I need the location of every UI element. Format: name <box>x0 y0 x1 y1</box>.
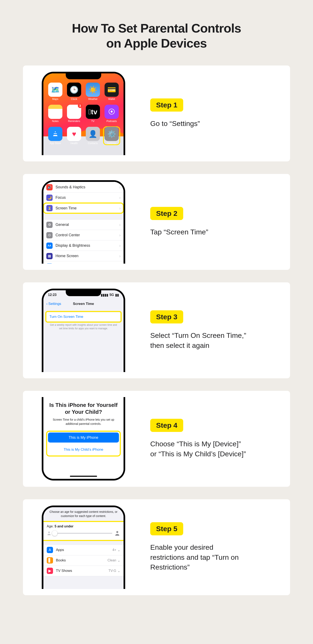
settings-group-b: ⚙︎General› ⊙Control Center› AADisplay & … <box>43 220 124 264</box>
content-rows: AApps4+ ⌄ ▋BooksClean ⌄ ▶TV ShowsTV-G ⌄ <box>43 545 124 576</box>
battery-icon: ▮▮ <box>115 293 119 297</box>
status-right: ▮▮▮▮ 5G ▮▮ <box>101 293 119 297</box>
phone-frame: Choose an age for suggested content rest… <box>42 506 125 589</box>
step-desc: Enable your desired restrictions and tap… <box>150 542 246 572</box>
step-card-3: 12:23 ▮▮▮▮ 5G ▮▮ ‹Settings Screen Time T… <box>23 282 290 378</box>
row-screen-time[interactable]: ⏳Screen Time› <box>43 203 124 213</box>
page-title: How To Set Parental Controls on Apple De… <box>23 21 290 51</box>
chevron-right-icon: › <box>119 243 121 248</box>
step-card-5: Choose an age for suggested content rest… <box>23 499 290 595</box>
app-health[interactable]: ♥Health <box>66 127 82 145</box>
moon-icon: 🌙 <box>46 194 53 201</box>
this-is-my-childs-iphone-button[interactable]: This is My Child’s iPhone <box>48 445 119 455</box>
step-desc: Tap “Screen Time” <box>150 227 246 237</box>
ownership-heading: Is This iPhone for Yourself or Your Chil… <box>47 402 120 415</box>
status-time: 12:23 <box>48 293 57 297</box>
screen-time-hint: Get a weekly report with insights about … <box>43 323 124 330</box>
settings-screen: 🔊Sounds & Haptics› 🌙Focus› ⏳Screen Time›… <box>43 182 124 264</box>
chevron-right-icon: › <box>119 254 121 258</box>
row-accessibility[interactable]: ✪Accessibility› <box>43 261 124 264</box>
switch-icon: ⊙ <box>46 232 53 238</box>
app-appstore[interactable]: App Store <box>47 127 64 145</box>
text-size-icon: AA <box>46 242 53 249</box>
chevron-right-icon: › <box>119 206 121 211</box>
step-badge: Step 5 <box>150 522 183 535</box>
app-tv[interactable]: tvTV <box>85 105 101 123</box>
row-focus[interactable]: 🌙Focus› <box>43 192 124 203</box>
this-is-my-iphone-button[interactable]: This is My iPhone <box>48 432 119 442</box>
chevron-left-icon: ‹ <box>46 302 48 306</box>
updown-icon: ⌄ <box>118 558 120 562</box>
app-contacts[interactable]: 👤Contacts <box>85 127 101 145</box>
step-badge: Step 2 <box>150 207 183 220</box>
turn-on-screen-time-button[interactable]: Turn On Screen Time <box>46 312 121 322</box>
nav-bar: ‹Settings Screen Time <box>43 300 124 308</box>
row-display[interactable]: AADisplay & Brightness› <box>43 240 124 251</box>
grid-icon: ▦ <box>46 253 53 259</box>
home-indicator <box>70 476 97 477</box>
svg-point-0 <box>48 532 50 533</box>
network-label: 5G <box>110 293 114 297</box>
slider-knob[interactable] <box>52 530 57 536</box>
step-card-4: Is This iPhone for Yourself or Your Chil… <box>23 391 290 487</box>
ownership-screen: Is This iPhone for Yourself or Your Chil… <box>43 397 124 479</box>
home-app-grid: 🗺️Maps 🕒Clock ☀️Weather 💳Wallet Notes 3R… <box>43 74 124 145</box>
settings-group-a: 🔊Sounds & Haptics› 🌙Focus› ⏳Screen Time› <box>43 182 124 214</box>
updown-icon: ⌄ <box>118 548 120 552</box>
gear-icon: ⚙︎ <box>46 222 53 228</box>
age-slider[interactable] <box>47 530 120 536</box>
step-badge: Step 3 <box>150 310 183 324</box>
row-sounds[interactable]: 🔊Sounds & Haptics› <box>43 182 124 192</box>
back-button[interactable]: ‹Settings <box>46 302 61 306</box>
row-home-screen[interactable]: ▦Home Screen› <box>43 251 124 261</box>
updown-icon: ⌄ <box>118 569 120 573</box>
cr-row-tv[interactable]: ▶TV ShowsTV-G ⌄ <box>43 566 124 576</box>
cr-row-books[interactable]: ▋BooksClean ⌄ <box>43 555 124 566</box>
notch <box>66 74 101 79</box>
step-badge: Step 4 <box>150 419 183 432</box>
step-badge: Step 1 <box>150 98 183 112</box>
phone-frame: 🔊Sounds & Haptics› 🌙Focus› ⏳Screen Time›… <box>42 180 125 264</box>
chevron-right-icon: › <box>119 185 121 190</box>
app-weather[interactable]: ☀️Weather <box>85 82 101 100</box>
app-notes[interactable]: Notes <box>47 105 64 123</box>
content-restrictions-lead: Choose an age for suggested content rest… <box>43 507 124 522</box>
age-line: Age: 5 and under <box>47 524 120 528</box>
chevron-right-icon: › <box>119 222 121 227</box>
tv-icon: ▶ <box>47 568 53 574</box>
step-desc: Go to “Settings” <box>150 119 246 129</box>
app-wallet[interactable]: 💳Wallet <box>104 82 120 100</box>
chevron-right-icon: › <box>119 195 121 200</box>
ownership-buttons-highlight: This is My iPhone This is My Child’s iPh… <box>47 432 120 456</box>
app-clock[interactable]: 🕒Clock <box>66 82 82 100</box>
step-card-2: 🔊Sounds & Haptics› 🌙Focus› ⏳Screen Time›… <box>23 174 290 270</box>
row-control-center[interactable]: ⊙Control Center› <box>43 230 124 240</box>
reminders-badge: 3 <box>78 104 82 108</box>
person-small-icon <box>47 531 51 536</box>
content-restrictions-screen: Choose an age for suggested content rest… <box>43 507 124 589</box>
person-large-icon <box>114 530 120 536</box>
phone-frame: 🗺️Maps 🕒Clock ☀️Weather 💳Wallet Notes 3R… <box>42 72 125 155</box>
step-desc: Select “Turn On Screen Time,” then selec… <box>150 330 246 350</box>
svg-point-1 <box>116 531 118 533</box>
screen-time-screen: 12:23 ▮▮▮▮ 5G ▮▮ ‹Settings Screen Time T… <box>43 290 124 372</box>
phone-frame: 12:23 ▮▮▮▮ 5G ▮▮ ‹Settings Screen Time T… <box>42 289 125 372</box>
chevron-right-icon: › <box>119 233 121 238</box>
phone-frame: Is This iPhone for Yourself or Your Chil… <box>42 397 125 480</box>
speaker-icon: 🔊 <box>46 184 53 190</box>
signal-icon: ▮▮▮▮ <box>101 293 108 297</box>
app-podcasts[interactable]: ⦿Podcasts <box>104 105 120 123</box>
step-desc: Choose “This is My [Device]” or “This is… <box>150 439 246 459</box>
step-card-1: 🗺️Maps 🕒Clock ☀️Weather 💳Wallet Notes 3R… <box>23 66 290 162</box>
row-general[interactable]: ⚙︎General› <box>43 220 124 230</box>
app-reminders[interactable]: 3Reminders <box>66 105 82 123</box>
age-slider-box: Age: 5 and under <box>43 522 124 540</box>
notch <box>66 290 101 296</box>
hourglass-icon: ⏳ <box>46 205 53 211</box>
slider-track <box>54 533 112 534</box>
app-maps[interactable]: 🗺️Maps <box>47 82 64 100</box>
cr-row-apps[interactable]: AApps4+ ⌄ <box>43 545 124 555</box>
app-settings[interactable]: ⚙️Settings <box>104 127 120 145</box>
apps-icon: A <box>47 547 53 553</box>
ownership-sub: Screen Time for a child’s iPhone lets yo… <box>47 418 120 426</box>
